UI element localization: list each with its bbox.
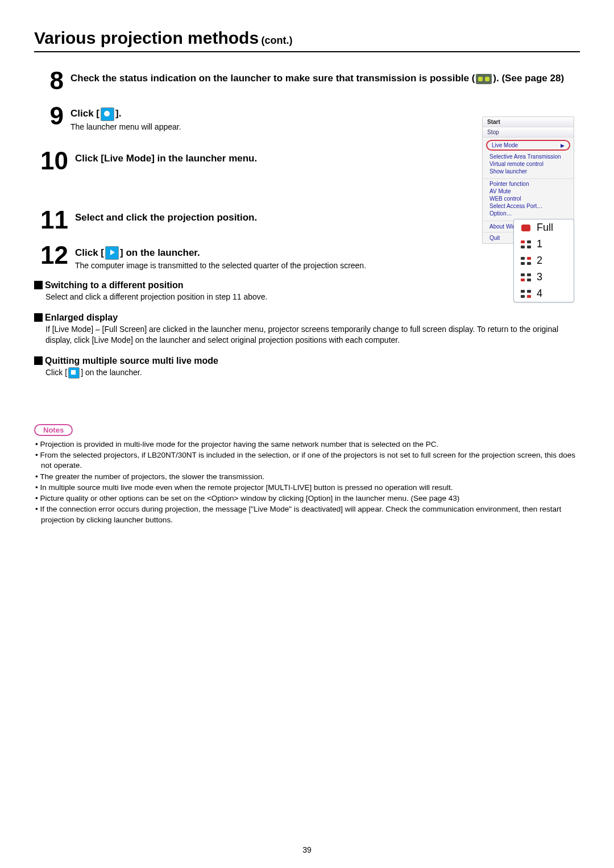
section-switching-head: Switching to a different position [34,280,580,290]
step-number: 11 [34,207,68,232]
menu-stop: Stop [483,127,574,138]
stop-icon [68,367,80,379]
note-item: • The greater the number of projectors, … [34,472,580,482]
step-12: 12 Click [] on the launcher. The compute… [34,243,580,271]
step-title: Check the status indication on the launc… [70,72,580,85]
note-item: • In multiple source multi live mode eve… [34,483,580,493]
note-item: • Picture quality or other options can b… [34,493,580,504]
page-title: Various projection methods [34,28,259,47]
section-quitting-head: Quitting multiple source multi live mode [34,356,580,366]
page-title-cont: (cont.) [262,35,293,46]
bullet-square-icon [34,356,43,365]
quad4-icon [521,290,531,298]
quad2-icon [521,257,531,265]
page-number: 39 [0,845,614,854]
section-enlarged-body: If [Live Mode] – [Full Screen] are click… [45,324,580,346]
proj-quad-1: 1 [514,236,574,252]
quad3-icon [521,273,531,281]
notes-list: • Projection is provided in multi-live m… [34,439,580,525]
page-title-row: Various projection methods (cont.) [34,28,580,52]
step-text: The computer image is transmitted to the… [75,261,580,270]
proj-quad-4: 4 [514,285,574,302]
projection-position-menu: Full 1 2 3 4 [513,219,574,302]
menu-group-1: Selective Area Transmission Virtual remo… [483,152,574,179]
proj-quad-3: 3 [514,269,574,285]
step-number: 9 [34,103,64,128]
transmission-indicator-icon [476,74,492,84]
play-icon [105,246,119,260]
full-screen-icon [521,225,530,231]
step-8: 8 Check the status indication on the lau… [34,68,580,93]
notes-badge: Notes [34,424,73,436]
proj-quad-2: 2 [514,252,574,269]
note-item: • From the selected projectors, if LB20N… [34,450,580,471]
menu-group-2: Pointer function AV Mute WEB control Sel… [483,179,574,221]
section-enlarged-head: Enlarged display [34,313,580,323]
note-item: • If the connection error occurs during … [34,504,580,525]
section-quitting-body: Click [] on the launcher. [45,367,580,379]
note-item: • Projection is provided in multi-live m… [34,439,580,450]
step-number: 12 [34,243,68,268]
step-number: 8 [34,68,64,93]
section-switching-body: Select and click a different projection … [45,292,580,302]
bullet-square-icon [34,313,43,322]
proj-full: Full [514,219,574,236]
step-number: 10 [34,148,68,173]
quad1-icon [521,240,531,248]
menu-start: Start [483,117,574,127]
submenu-arrow-icon: ▶ [561,143,565,148]
bullet-square-icon [34,281,43,289]
step-title: Click [] on the launcher. [75,246,580,260]
launcher-menu-icon [101,107,114,121]
menu-live-mode-highlight: Live Mode ▶ [486,140,570,151]
